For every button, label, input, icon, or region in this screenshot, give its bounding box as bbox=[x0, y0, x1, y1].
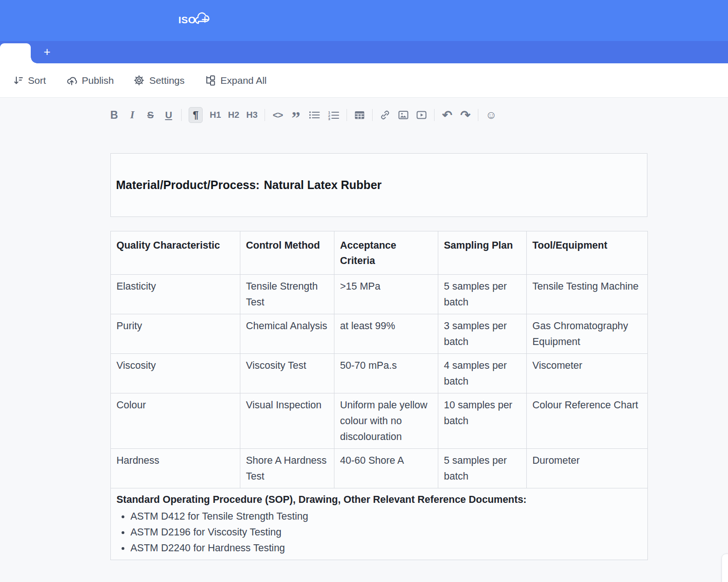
table-header-cell[interactable]: Sampling Plan bbox=[438, 231, 527, 275]
table-cell[interactable]: Tensile Testing Machine bbox=[527, 275, 648, 314]
paragraph-button-active[interactable]: ¶ bbox=[189, 107, 203, 123]
expand-all-label: Expand All bbox=[220, 75, 266, 86]
table-header-cell[interactable]: Quality Characteristic bbox=[111, 231, 240, 275]
table-cell[interactable]: Gas Chromatography Equipment bbox=[527, 314, 648, 354]
sop-footer-cell[interactable]: Standard Operating Procedure (SOP), Draw… bbox=[111, 488, 648, 560]
material-title-box[interactable]: Material/Product/Process: Natural Latex … bbox=[110, 153, 647, 217]
action-bar: Sort Publish Settings Expand All bbox=[0, 63, 728, 98]
table-cell[interactable]: Viscometer bbox=[527, 354, 648, 393]
sop-list: ASTM D412 for Tensile Strength TestingAS… bbox=[116, 508, 642, 556]
publish-label: Publish bbox=[82, 75, 114, 86]
sop-list-item: ASTM D2240 for Hardness Testing bbox=[130, 540, 642, 556]
sop-list-item: ASTM D412 for Tensile Strength Testing bbox=[130, 508, 642, 524]
bold-button[interactable]: B bbox=[109, 107, 120, 123]
table-header-cell[interactable]: Acceptance Criteria bbox=[334, 231, 438, 275]
emoji-button[interactable]: ☺ bbox=[485, 107, 497, 123]
table-row: ViscosityViscosity Test50-70 mPa.s4 samp… bbox=[111, 354, 648, 393]
toolbar-divider bbox=[434, 109, 435, 121]
expand-tree-icon bbox=[204, 75, 216, 86]
quality-control-table[interactable]: Quality CharacteristicControl MethodAcce… bbox=[110, 231, 648, 560]
table-cell[interactable]: at least 99% bbox=[334, 314, 438, 354]
tab-bar: + bbox=[0, 41, 728, 63]
insert-video-button[interactable] bbox=[416, 107, 427, 123]
sop-footer-title: Standard Operating Procedure (SOP), Draw… bbox=[116, 492, 642, 508]
undo-button[interactable]: ↶ bbox=[442, 107, 453, 123]
table-cell[interactable]: Viscosity Test bbox=[240, 354, 334, 393]
table-cell[interactable]: Colour bbox=[111, 393, 240, 449]
sort-descending-icon bbox=[13, 75, 23, 86]
table-cell[interactable]: 5 samples per batch bbox=[438, 275, 527, 314]
material-title-label: Material/Product/Process: bbox=[116, 178, 259, 192]
bullet-list-button[interactable] bbox=[308, 107, 320, 123]
table-cell[interactable]: 50-70 mPa.s bbox=[334, 354, 438, 393]
table-row: HardnessShore A Hardness Test40-60 Shore… bbox=[111, 449, 648, 488]
settings-label: Settings bbox=[149, 75, 184, 86]
heading3-button[interactable]: H3 bbox=[246, 107, 258, 123]
heading2-button[interactable]: H2 bbox=[228, 107, 239, 123]
insert-table-button[interactable] bbox=[354, 107, 365, 123]
insert-link-button[interactable] bbox=[380, 107, 391, 123]
table-cell[interactable]: Uniform pale yellow colour with no disco… bbox=[334, 393, 438, 449]
table-cell[interactable]: >15 MPa bbox=[334, 275, 438, 314]
code-button[interactable]: <> bbox=[272, 107, 283, 123]
italic-button[interactable]: I bbox=[127, 107, 138, 123]
corner-panel bbox=[721, 554, 728, 582]
insert-image-button[interactable] bbox=[398, 107, 409, 123]
heading1-button[interactable]: H1 bbox=[210, 107, 221, 123]
toolbar-divider bbox=[372, 109, 373, 121]
table-cell[interactable]: Shore A Hardness Test bbox=[240, 449, 334, 488]
toolbar-divider bbox=[347, 109, 347, 121]
ordered-list-icon: 1 2 3 bbox=[327, 110, 340, 120]
table-cell[interactable]: Visual Inspection bbox=[240, 393, 334, 449]
table-icon bbox=[354, 110, 365, 120]
toolbar-divider bbox=[265, 109, 265, 121]
toolbar-divider bbox=[181, 109, 182, 121]
svg-text:3: 3 bbox=[328, 117, 331, 121]
table-body: ElasticityTensile Strength Test>15 MPa5 … bbox=[111, 275, 648, 488]
redo-button[interactable]: ↷ bbox=[460, 107, 471, 123]
blockquote-button[interactable]: ” bbox=[290, 107, 301, 123]
table-cell[interactable]: Hardness bbox=[111, 449, 240, 488]
table-header-row: Quality CharacteristicControl MethodAcce… bbox=[111, 231, 648, 275]
video-icon bbox=[416, 110, 427, 120]
publish-button[interactable]: Publish bbox=[66, 75, 114, 86]
app-logo: ISO bbox=[178, 11, 211, 26]
add-tab-button[interactable]: + bbox=[40, 44, 54, 59]
table-cell[interactable]: 4 samples per batch bbox=[438, 354, 527, 393]
sort-button[interactable]: Sort bbox=[13, 75, 46, 86]
underline-button[interactable]: U bbox=[163, 107, 174, 123]
table-cell[interactable]: Colour Reference Chart bbox=[527, 393, 648, 449]
table-cell[interactable]: 3 samples per batch bbox=[438, 314, 527, 354]
table-cell[interactable]: Purity bbox=[111, 314, 240, 354]
table-row: ElasticityTensile Strength Test>15 MPa5 … bbox=[111, 275, 648, 314]
table-row: ColourVisual InspectionUniform pale yell… bbox=[111, 393, 648, 449]
table-header-cell[interactable]: Control Method bbox=[240, 231, 334, 275]
table-footer-row: Standard Operating Procedure (SOP), Draw… bbox=[111, 488, 648, 560]
settings-button[interactable]: Settings bbox=[134, 75, 184, 86]
sop-list-item: ASTM D2196 for Viscosity Testing bbox=[130, 524, 642, 540]
tab-curve-decoration bbox=[31, 57, 37, 63]
table-header-cell[interactable]: Tool/Equipment bbox=[527, 231, 648, 275]
image-icon bbox=[398, 110, 409, 120]
editor-toolbar: B I S U ¶ H1 H2 H3 <> ” 1 2 3 bbox=[0, 98, 728, 125]
strikethrough-button[interactable]: S bbox=[145, 107, 156, 123]
table-row: PurityChemical Analysisat least 99%3 sam… bbox=[111, 314, 648, 354]
bullet-list-icon bbox=[308, 110, 320, 120]
table-cell[interactable]: 5 samples per batch bbox=[438, 449, 527, 488]
table-cell[interactable]: 10 samples per batch bbox=[438, 393, 527, 449]
toolbar-divider bbox=[478, 109, 478, 121]
active-tab[interactable] bbox=[0, 43, 31, 63]
table-cell[interactable]: Elasticity bbox=[111, 275, 240, 314]
expand-all-button[interactable]: Expand All bbox=[204, 75, 266, 86]
link-icon bbox=[380, 110, 391, 120]
material-title-value: Natural Latex Rubber bbox=[264, 178, 381, 192]
table-cell[interactable]: 40-60 Shore A bbox=[334, 449, 438, 488]
table-cell[interactable]: Chemical Analysis bbox=[240, 314, 334, 354]
ordered-list-button[interactable]: 1 2 3 bbox=[327, 107, 340, 123]
gear-icon bbox=[134, 75, 144, 86]
sort-label: Sort bbox=[28, 75, 46, 86]
table-cell[interactable]: Viscosity bbox=[111, 354, 240, 393]
table-cell[interactable]: Durometer bbox=[527, 449, 648, 488]
table-cell[interactable]: Tensile Strength Test bbox=[240, 275, 334, 314]
top-header-bar: ISO bbox=[0, 0, 728, 41]
